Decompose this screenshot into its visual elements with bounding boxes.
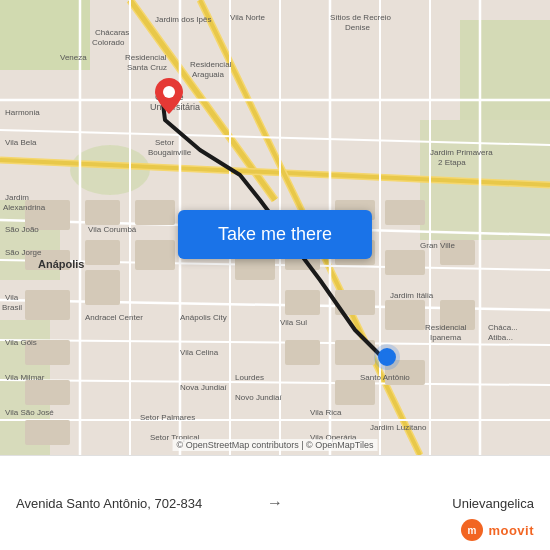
destination-dot — [378, 348, 396, 366]
svg-text:Alexandrina: Alexandrina — [3, 203, 46, 212]
svg-text:Sítios de Recreio: Sítios de Recreio — [330, 13, 391, 22]
svg-text:Residencial: Residencial — [190, 60, 232, 69]
svg-text:Novo Jundiaí: Novo Jundiaí — [235, 393, 282, 402]
svg-text:Jardim Itália: Jardim Itália — [390, 291, 434, 300]
svg-rect-35 — [25, 290, 70, 320]
svg-point-6 — [70, 145, 150, 195]
svg-text:Vila Celina: Vila Celina — [180, 348, 219, 357]
svg-rect-51 — [385, 250, 425, 275]
svg-rect-50 — [385, 200, 425, 225]
svg-text:Cháca...: Cháca... — [488, 323, 518, 332]
moovit-icon: m — [460, 518, 484, 542]
svg-text:Brasil: Brasil — [2, 303, 22, 312]
svg-text:Vila São José: Vila São José — [5, 408, 54, 417]
svg-text:Vila Sul: Vila Sul — [280, 318, 307, 327]
svg-rect-39 — [135, 200, 175, 225]
svg-text:Residencial: Residencial — [425, 323, 467, 332]
svg-text:Vila: Vila — [5, 293, 19, 302]
svg-text:Gran Ville: Gran Ville — [420, 241, 456, 250]
svg-text:Anápolis City: Anápolis City — [180, 313, 227, 322]
svg-text:Vila Corumbá: Vila Corumbá — [88, 225, 137, 234]
svg-rect-37 — [25, 380, 70, 405]
moovit-logo: m moovit — [460, 518, 534, 542]
svg-text:Araguaia: Araguaia — [192, 70, 225, 79]
take-me-there-button[interactable]: Take me there — [178, 210, 372, 259]
svg-text:São Jorge: São Jorge — [5, 248, 42, 257]
origin-pin — [155, 78, 183, 114]
svg-text:Denise: Denise — [345, 23, 370, 32]
svg-text:Veneza: Veneza — [60, 53, 87, 62]
svg-text:Jardim Luzitano: Jardim Luzitano — [370, 423, 427, 432]
svg-text:Residencial: Residencial — [125, 53, 167, 62]
svg-text:Ipanema: Ipanema — [430, 333, 462, 342]
svg-text:Atiba...: Atiba... — [488, 333, 513, 342]
svg-rect-31 — [85, 240, 120, 265]
svg-rect-49 — [335, 380, 375, 405]
svg-rect-43 — [285, 290, 320, 315]
svg-text:Colorado: Colorado — [92, 38, 125, 47]
svg-point-105 — [163, 86, 175, 98]
svg-text:Andracel Center: Andracel Center — [85, 313, 143, 322]
svg-rect-44 — [285, 340, 320, 365]
moovit-text: moovit — [488, 523, 534, 538]
svg-text:Lourdes: Lourdes — [235, 373, 264, 382]
svg-rect-52 — [385, 300, 425, 330]
bottom-bar: Avenida Santo Antônio, 702-834 → Unievan… — [0, 455, 550, 550]
svg-text:Vila Rica: Vila Rica — [310, 408, 342, 417]
svg-text:Santa Cruz: Santa Cruz — [127, 63, 167, 72]
svg-text:Jardim dos Ipês: Jardim dos Ipês — [155, 15, 211, 24]
svg-text:Anápolis: Anápolis — [38, 258, 84, 270]
svg-text:Nova Jundiaí: Nova Jundiaí — [180, 383, 227, 392]
map-copyright: © OpenStreetMap contributors | © OpenMap… — [173, 439, 378, 451]
svg-text:Jardim: Jardim — [5, 193, 29, 202]
svg-text:Vila Norte: Vila Norte — [230, 13, 266, 22]
origin-label: Avenida Santo Antônio, 702-834 — [16, 496, 259, 511]
svg-text:2 Etapa: 2 Etapa — [438, 158, 466, 167]
route-info: Avenida Santo Antônio, 702-834 → Unievan… — [16, 494, 534, 512]
svg-text:Chácaras: Chácaras — [95, 28, 129, 37]
svg-rect-38 — [25, 420, 70, 445]
svg-rect-32 — [85, 270, 120, 305]
svg-rect-30 — [85, 200, 120, 225]
svg-text:São João: São João — [5, 225, 39, 234]
svg-text:Santo Antônio: Santo Antônio — [360, 373, 410, 382]
svg-rect-40 — [135, 240, 175, 270]
svg-text:Bougainville: Bougainville — [148, 148, 192, 157]
svg-text:Setor Palmares: Setor Palmares — [140, 413, 195, 422]
svg-text:Jardim Primavera: Jardim Primavera — [430, 148, 493, 157]
map-container: Anápolis Cidade Universitária Setor Boug… — [0, 0, 550, 455]
svg-text:m: m — [468, 525, 477, 536]
svg-text:Vila Bela: Vila Bela — [5, 138, 37, 147]
svg-text:Vila Milmar: Vila Milmar — [5, 373, 45, 382]
arrow-icon: → — [267, 494, 283, 512]
svg-text:Vila Góis: Vila Góis — [5, 338, 37, 347]
destination-label: Unievangelica — [291, 496, 534, 511]
svg-rect-2 — [460, 20, 550, 120]
svg-text:Setor: Setor — [155, 138, 174, 147]
svg-text:Harmonia: Harmonia — [5, 108, 40, 117]
